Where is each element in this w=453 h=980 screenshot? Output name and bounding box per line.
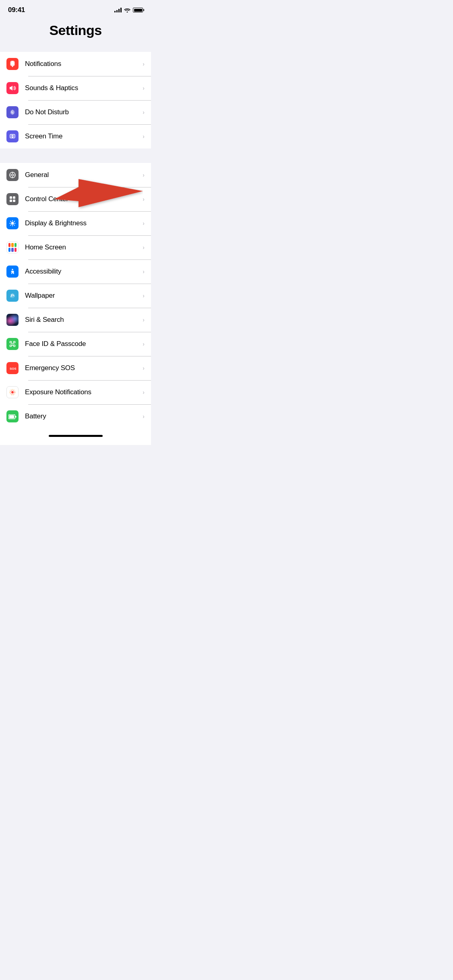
display-label: Display & Brightness: [25, 219, 139, 227]
sounds-chevron: ›: [143, 85, 145, 91]
svg-rect-17: [13, 196, 15, 199]
settings-row-wallpaper[interactable]: Wallpaper ›: [0, 284, 151, 308]
exposure-chevron: ›: [143, 389, 145, 395]
donotdisturb-chevron: ›: [143, 109, 145, 115]
svg-rect-38: [10, 342, 12, 343]
status-time: 09:41: [8, 6, 25, 14]
battery-status-icon: [133, 8, 143, 12]
homescreen-icon: [6, 241, 19, 253]
wifi-icon: [124, 8, 130, 12]
svg-rect-51: [15, 416, 17, 418]
exposure-icon: [6, 386, 19, 398]
svg-line-27: [14, 221, 14, 222]
controlcenter-icon: [6, 193, 19, 205]
section-gap-2: [0, 148, 151, 163]
svg-point-29: [12, 269, 13, 270]
faceid-chevron: ›: [143, 341, 145, 347]
settings-row-general[interactable]: General ›: [0, 163, 151, 187]
settings-section-2: General › Control Center ›: [0, 163, 151, 428]
homescreen-chevron: ›: [143, 244, 145, 251]
donotdisturb-label: Do Not Disturb: [25, 108, 139, 116]
wallpaper-icon: [6, 290, 19, 302]
settings-row-screentime[interactable]: Screen Time ›: [0, 124, 151, 148]
bottom-bar: [0, 428, 151, 445]
wallpaper-label: Wallpaper: [25, 292, 139, 300]
settings-row-notifications[interactable]: Notifications ›: [0, 52, 151, 76]
siri-label: Siri & Search: [25, 316, 139, 324]
siri-chevron: ›: [143, 317, 145, 323]
notifications-label: Notifications: [25, 60, 139, 68]
display-chevron: ›: [143, 220, 145, 226]
sounds-icon: [6, 82, 19, 94]
page-header: Settings: [0, 18, 151, 45]
home-indicator: [49, 435, 103, 437]
settings-row-homescreen[interactable]: Home Screen ›: [0, 235, 151, 259]
settings-row-exposure[interactable]: Exposure Notifications ›: [0, 380, 151, 404]
homescreen-label: Home Screen: [25, 243, 139, 251]
svg-rect-16: [10, 196, 12, 199]
battery-chevron: ›: [143, 413, 145, 420]
svg-rect-50: [9, 415, 14, 418]
svg-line-26: [14, 225, 14, 225]
svg-rect-41: [14, 345, 15, 347]
emergencysos-chevron: ›: [143, 365, 145, 371]
svg-point-20: [11, 222, 14, 225]
svg-rect-40: [10, 345, 12, 347]
display-icon: [6, 217, 19, 229]
faceid-label: Face ID & Passcode: [25, 340, 139, 348]
accessibility-chevron: ›: [143, 268, 145, 275]
status-bar: 09:41: [0, 0, 151, 18]
settings-row-accessibility[interactable]: Accessibility ›: [0, 259, 151, 284]
svg-point-46: [11, 391, 14, 393]
general-label: General: [25, 171, 139, 179]
svg-point-37: [12, 295, 13, 296]
general-icon: [6, 169, 19, 181]
notifications-chevron: ›: [143, 61, 145, 67]
settings-row-display[interactable]: Display & Brightness ›: [0, 211, 151, 235]
settings-row-siri[interactable]: Siri & Search ›: [0, 308, 151, 332]
screentime-icon: [6, 130, 19, 142]
svg-line-25: [10, 221, 11, 222]
svg-rect-19: [13, 200, 15, 202]
section-gap-1: [0, 45, 151, 52]
emergencysos-icon: SOS: [6, 362, 19, 374]
svg-rect-6: [12, 61, 13, 62]
accessibility-label: Accessibility: [25, 268, 139, 276]
settings-row-donotdisturb[interactable]: Do Not Disturb ›: [0, 100, 151, 124]
status-icons: [114, 8, 143, 12]
settings-row-controlcenter[interactable]: Control Center ›: [0, 187, 151, 211]
svg-rect-4: [12, 65, 13, 66]
settings-row-emergencysos[interactable]: SOS Emergency SOS ›: [0, 356, 151, 380]
settings-row-faceid[interactable]: Face ID & Passcode ›: [0, 332, 151, 356]
controlcenter-label: Control Center: [25, 195, 139, 203]
accessibility-icon: [6, 266, 19, 278]
emergencysos-label: Emergency SOS: [25, 364, 139, 372]
svg-point-10: [12, 174, 14, 176]
donotdisturb-icon: [6, 106, 19, 118]
screentime-chevron: ›: [143, 133, 145, 140]
faceid-icon: [6, 338, 19, 350]
settings-row-sounds[interactable]: Sounds & Haptics ›: [0, 76, 151, 100]
wallpaper-chevron: ›: [143, 292, 145, 299]
sounds-label: Sounds & Haptics: [25, 84, 139, 92]
svg-text:SOS: SOS: [10, 367, 16, 371]
notifications-icon: [6, 58, 19, 70]
svg-rect-39: [14, 342, 15, 343]
svg-rect-18: [10, 200, 12, 202]
svg-line-28: [10, 225, 11, 225]
page-title: Settings: [6, 23, 145, 38]
exposure-label: Exposure Notifications: [25, 388, 139, 396]
battery-label: Battery: [25, 412, 139, 420]
battery-icon: [6, 410, 19, 422]
general-chevron: ›: [143, 172, 145, 178]
signal-icon: [114, 8, 122, 12]
siri-icon: [6, 314, 19, 326]
settings-section-1: Notifications › Sounds & Haptics › Do No…: [0, 52, 151, 148]
controlcenter-chevron: ›: [143, 196, 145, 202]
svg-point-5: [12, 66, 13, 66]
settings-row-battery[interactable]: Battery ›: [0, 404, 151, 428]
screentime-label: Screen Time: [25, 132, 139, 140]
